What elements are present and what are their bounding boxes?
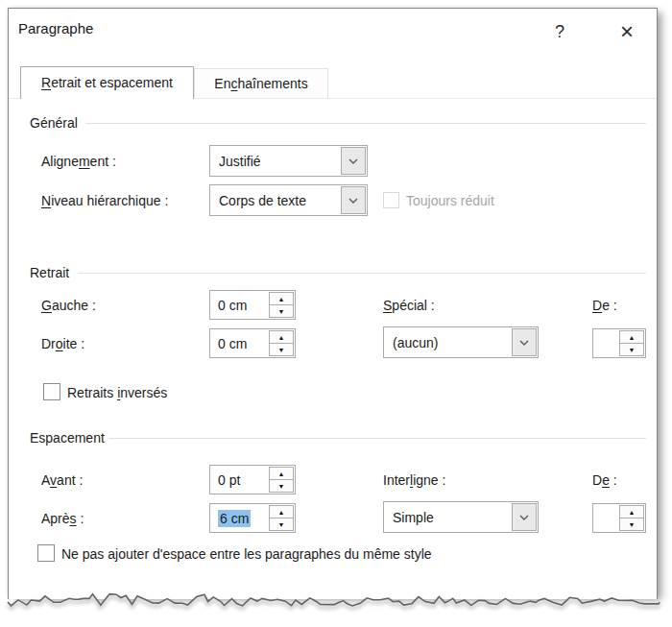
chevron-down-icon[interactable] (341, 147, 366, 175)
niveau-hierarchique-label: Niveau hiérarchique : (41, 192, 168, 209)
de-retrait-label: De : (592, 297, 617, 314)
group-line-espacement (108, 438, 646, 439)
gauche-spinner[interactable]: 0 cm ▲▼ (209, 290, 296, 320)
toujours-reduit-label: Toujours réduit (406, 192, 494, 209)
interligne-value: Simple (393, 510, 434, 525)
spinner-up-icon[interactable]: ▲ (269, 292, 294, 305)
special-combobox[interactable]: (aucun) (383, 326, 539, 358)
apres-value-selected: 6 cm (218, 510, 251, 527)
spinner-down-icon[interactable]: ▼ (269, 518, 294, 531)
meme-style-label: Ne pas ajouter d'espace entre les paragr… (61, 545, 432, 563)
retraits-inverses-label: Retraits inversés (67, 384, 167, 401)
droite-label: Droite : (41, 335, 84, 352)
tab-retrait-et-espacement[interactable]: Retrait et espacement (20, 66, 194, 99)
toujours-reduit-checkbox (383, 192, 399, 208)
meme-style-checkbox[interactable] (37, 544, 55, 562)
dialog-title: Paragraphe (18, 20, 93, 36)
avant-label: Avant : (41, 471, 83, 489)
apres-spinner[interactable]: 6 cm ▲▼ (209, 503, 296, 533)
alignement-combobox[interactable]: Justifié (209, 145, 368, 177)
chevron-down-icon[interactable] (341, 186, 366, 214)
spinner-up-icon[interactable]: ▲ (619, 330, 644, 344)
de-espacement-spinner[interactable]: ▲▼ (592, 503, 646, 533)
interligne-label: Interligne : (383, 471, 445, 489)
gauche-value: 0 cm (218, 298, 247, 313)
screenshot-canvas: Paragraphe ? × Retrait et espacement Enc… (0, 0, 672, 627)
spinner-down-icon[interactable]: ▼ (269, 479, 294, 493)
group-title-espacement: Espacement (30, 430, 105, 446)
avant-spinner[interactable]: 0 pt ▲▼ (209, 465, 296, 494)
group-line-general (85, 123, 646, 124)
apres-label: Après : (41, 510, 84, 527)
spinner-down-icon[interactable]: ▼ (269, 343, 294, 356)
help-icon: ? (555, 22, 564, 42)
group-title-general: Général (30, 115, 78, 131)
alignement-label: Alignement : (41, 153, 116, 170)
spinner-up-icon[interactable]: ▲ (619, 505, 644, 518)
alignement-value: Justifié (219, 154, 261, 169)
group-line-retrait (78, 273, 646, 274)
close-icon: × (620, 18, 634, 45)
special-label: Spécial : (383, 297, 435, 314)
group-title-retrait: Retrait (30, 265, 69, 280)
spinner-up-icon[interactable]: ▲ (269, 330, 294, 344)
niveau-hierarchique-combobox[interactable]: Corps de texte (209, 184, 368, 216)
de-espacement-label: De : (592, 471, 617, 489)
close-button[interactable]: × (610, 16, 644, 47)
spinner-up-icon[interactable]: ▲ (269, 467, 294, 480)
avant-value: 0 pt (218, 472, 240, 488)
gauche-label: Gauche : (41, 297, 96, 314)
de-retrait-spinner[interactable]: ▲▼ (592, 328, 646, 358)
paragraph-dialog: Paragraphe ? × Retrait et espacement Enc… (8, 8, 658, 599)
tab-enchainements[interactable]: Enchaînements (194, 68, 328, 98)
retraits-inverses-checkbox[interactable] (43, 383, 60, 400)
interligne-combobox[interactable]: Simple (383, 501, 539, 533)
spinner-down-icon[interactable]: ▼ (619, 518, 644, 531)
spinner-down-icon[interactable]: ▼ (619, 343, 644, 356)
special-value: (aucun) (393, 335, 438, 350)
droite-value: 0 cm (218, 336, 247, 351)
spinner-down-icon[interactable]: ▼ (269, 304, 294, 318)
spinner-up-icon[interactable]: ▲ (269, 505, 294, 518)
droite-spinner[interactable]: 0 cm ▲▼ (209, 328, 296, 358)
help-button[interactable]: ? (542, 16, 577, 47)
chevron-down-icon[interactable] (512, 503, 537, 531)
chevron-down-icon[interactable] (512, 328, 537, 356)
torn-edge (8, 583, 660, 627)
niveau-hierarchique-value: Corps de texte (219, 193, 306, 208)
